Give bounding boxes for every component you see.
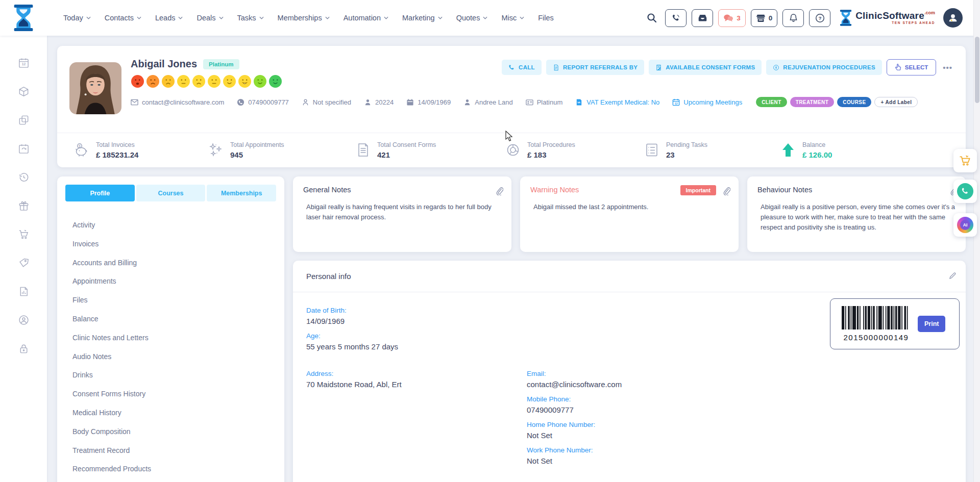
tab-memberships[interactable]: Memberships	[207, 185, 276, 201]
donut-chart-icon	[505, 142, 521, 158]
menu-item-clinic-notes[interactable]: Clinic Notes and Letters	[72, 328, 276, 347]
consent-forms-label: AVAILABLE CONSENT FORMS	[666, 64, 755, 70]
select-button[interactable]: SELECT	[887, 59, 936, 75]
nav-item-contacts[interactable]: Contacts	[105, 14, 141, 22]
rail-package-icon[interactable]	[18, 86, 30, 97]
nav-item-misc[interactable]: Misc	[501, 14, 524, 22]
brand-logo[interactable]: ClinicSoftware.com TEN STEPS AHEAD	[840, 10, 935, 26]
chat-button[interactable]: 3	[718, 9, 746, 27]
form-pen-icon	[655, 64, 662, 71]
rail-gift-icon[interactable]	[18, 200, 30, 212]
nav-item-memberships[interactable]: Memberships	[278, 14, 330, 22]
rail-pricetag-icon[interactable]	[18, 257, 30, 269]
report-referrals-button[interactable]: REPORT REFERRALS BY	[546, 60, 644, 75]
call-button[interactable]: CALL	[502, 60, 542, 75]
nav-item-marketing[interactable]: Marketing	[402, 14, 443, 22]
floating-ai-button[interactable]: AI	[953, 213, 977, 237]
rail-reschedule-icon[interactable]	[18, 143, 30, 155]
nav-item-tasks[interactable]: Tasks	[237, 14, 264, 22]
stat-value: 421	[377, 150, 436, 159]
menu-item-drinks[interactable]: Drinks	[72, 366, 276, 385]
floating-call-button[interactable]	[953, 180, 977, 203]
rail-duplicate-icon[interactable]	[18, 114, 30, 126]
document-icon	[553, 64, 559, 71]
page-scrollbar[interactable]	[973, 0, 980, 482]
search-icon[interactable]	[647, 13, 657, 23]
nav-item-automation[interactable]: Automation	[344, 14, 388, 22]
menu-item-files[interactable]: Files	[72, 291, 276, 310]
stat-balance: Balance£ 126.00	[780, 141, 832, 159]
attachment-icon[interactable]	[496, 187, 503, 197]
rail-calendar-icon[interactable]: 12	[18, 57, 30, 69]
label-client[interactable]: CLIENT	[756, 97, 787, 107]
rail-history-icon[interactable]	[18, 171, 30, 183]
menu-item-medical-history[interactable]: Medical History	[72, 403, 276, 422]
menu-item-body-composition[interactable]: Body Composition	[72, 422, 276, 441]
phone-icon	[957, 183, 973, 199]
menu-item-balance[interactable]: Balance	[72, 310, 276, 328]
label-course[interactable]: COURSE	[837, 97, 871, 107]
app-logo[interactable]	[0, 5, 47, 31]
chevron-down-icon	[137, 16, 141, 19]
nav-item-today[interactable]: Today	[63, 14, 91, 22]
satisfaction-scale[interactable]	[131, 74, 282, 88]
nav-item-files[interactable]: Files	[538, 14, 554, 22]
menu-item-recommended-products[interactable]: Recommended Products	[72, 460, 276, 478]
patient-photo[interactable]	[69, 62, 121, 114]
patient-id[interactable]: 20224	[364, 98, 394, 106]
notifications-button[interactable]	[782, 9, 804, 27]
dialer-button[interactable]	[665, 9, 687, 27]
menu-item-treatment-record[interactable]: Treatment Record	[72, 441, 276, 460]
menu-item-consent-history[interactable]: Consent Forms History	[72, 385, 276, 403]
label-treatment[interactable]: TREATMENT	[790, 97, 835, 107]
patient-email[interactable]: contact@clinicsoftware.com	[131, 98, 224, 106]
barcode-number: 2015000000149	[844, 333, 909, 342]
consent-forms-button[interactable]: AVAILABLE CONSENT FORMS	[649, 60, 762, 75]
phone-icon	[672, 14, 680, 22]
scrollbar-thumb[interactable]	[975, 37, 979, 103]
rail-cart-icon[interactable]	[18, 229, 30, 240]
user-avatar[interactable]	[943, 8, 963, 28]
attachment-icon[interactable]	[723, 187, 730, 197]
vat-exempt-link[interactable]: VAT Exempt Medical: No	[575, 98, 659, 106]
field-label: Date of Birth:	[306, 307, 527, 314]
menu-item-accounts-billing[interactable]: Accounts and Billing	[72, 253, 276, 272]
menu-item-audio-notes[interactable]: Audio Notes	[72, 347, 276, 366]
stat-value: 945	[230, 150, 284, 159]
rail-report-icon[interactable]	[18, 286, 30, 297]
nav-item-quotes[interactable]: Quotes	[456, 14, 488, 22]
brand-tagline: TEN STEPS AHEAD	[855, 21, 935, 25]
nav-item-deals[interactable]: Deals	[197, 14, 223, 22]
tab-courses[interactable]: Courses	[136, 185, 206, 201]
nav-item-leads[interactable]: Leads	[155, 14, 183, 22]
print-button[interactable]: Print	[918, 316, 945, 332]
help-button[interactable]: ?	[809, 9, 830, 27]
add-label-button[interactable]: + Add Label	[874, 97, 918, 107]
field-value: 14/09/1969	[306, 317, 527, 325]
edit-icon[interactable]	[949, 272, 957, 282]
patient-dob[interactable]: 14/09/1969	[406, 98, 451, 106]
stat-total-invoices: $ Total Invoices£ 185231.24	[74, 141, 208, 159]
store-button[interactable]: 0	[751, 9, 778, 27]
rail-account-icon[interactable]	[18, 314, 30, 326]
rejuvenation-button[interactable]: REJUVENATION PROCEDURES	[766, 60, 882, 75]
menu-item-activity[interactable]: Activity	[72, 216, 276, 235]
upcoming-meetings-link[interactable]: 12 Upcoming Meetings	[672, 98, 742, 106]
inbox-icon	[698, 14, 707, 22]
menu-item-appointments[interactable]: Appointments	[72, 272, 276, 291]
patient-tier-item[interactable]: Platinum	[526, 98, 563, 106]
menu-item-invoices[interactable]: Invoices	[72, 235, 276, 253]
chevron-down-icon	[438, 16, 443, 19]
warning-notes-text: Abigail missed the last 2 appointments.	[530, 202, 728, 212]
floating-cart-button[interactable]	[953, 149, 977, 172]
nav-label: Tasks	[237, 14, 256, 22]
tab-profile[interactable]: Profile	[65, 185, 135, 201]
patient-owner[interactable]: Andree Land	[463, 98, 512, 106]
profile-menu: Activity Invoices Accounts and Billing A…	[65, 216, 276, 478]
inbox-button[interactable]	[692, 9, 713, 27]
rail-lock-icon[interactable]	[18, 343, 30, 354]
patient-side-panel: Profile Courses Memberships Activity Inv…	[57, 176, 284, 482]
patient-gender[interactable]: Not specified	[302, 98, 351, 106]
more-options-button[interactable]: •••	[941, 63, 954, 72]
patient-phone[interactable]: 07490009777	[237, 98, 289, 106]
